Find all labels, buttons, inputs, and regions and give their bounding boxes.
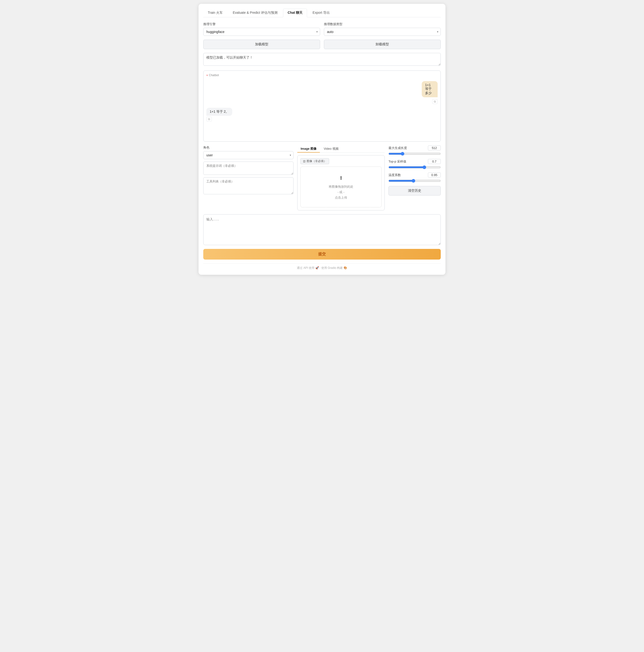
inference-dtype-select[interactable]: auto float16 bfloat16 float32 int8 int4 (324, 28, 441, 36)
footer: 通过 API 使用 🚀 · 使用 Gradio 构建 🎨 (203, 263, 441, 270)
media-tab-video[interactable]: Video 视频 (320, 145, 342, 153)
system-prompt-input[interactable] (203, 162, 293, 175)
role-select-wrapper: user assistant system ▾ (203, 151, 293, 159)
bubble-bot-1: 1+1 等于 2。 (206, 108, 232, 116)
copy-bot-1-button[interactable]: ⧉ (206, 117, 212, 121)
message-bot-1: 1+1 等于 2。 ⧉ (206, 108, 438, 121)
temperature-slider[interactable] (388, 179, 441, 183)
tab-export[interactable]: Export 导出 (308, 8, 334, 17)
role-section: 角色 user assistant system ▾ (203, 145, 293, 211)
drop-zone-line2: - 或 - (338, 190, 344, 194)
bubble-user-1: 1+1 等于多少 (422, 81, 438, 97)
image-upload-area: 🖼 图像（非必填） ⬆ 将图像拖放到此处 - 或 - 点击上传 (297, 155, 385, 211)
top-p-param: Top-p 采样值 0.7 (388, 159, 441, 169)
message-user-1: 1+1 等于多少 ⧉ (206, 81, 438, 104)
max-length-value: 512 (428, 145, 441, 151)
footer-text: 通过 API 使用 🚀 · 使用 Gradio 构建 🎨 (297, 266, 347, 270)
drop-zone-line3: 点击上传 (335, 196, 347, 199)
inference-engine-col: 推理引擎 huggingface transformers vllm llama… (203, 22, 320, 36)
drop-zone[interactable]: ⬆ 将图像拖放到此处 - 或 - 点击上传 (301, 167, 382, 207)
status-textbox[interactable]: 模型已加载，可以开始聊天了！ (203, 53, 441, 66)
model-action-row: 加载模型 卸载模型 (203, 39, 441, 49)
max-length-slider[interactable] (388, 152, 441, 156)
app-container: Train 火车 Evaluate & Predict 评估与预测 Chat 聊… (199, 4, 445, 275)
tab-train[interactable]: Train 火车 (203, 8, 227, 17)
media-tabs: Image 图像 Video 视频 (297, 145, 385, 153)
inference-engine-select[interactable]: huggingface transformers vllm llama.cpp (203, 28, 320, 36)
image-tag-label: 图像（非必填） (307, 159, 327, 163)
inference-dtype-col: 推理数据类型 auto float16 bfloat16 float32 int… (324, 22, 441, 36)
chat-messages: 1+1 等于多少 ⧉ 1+1 等于 2。 ⧉ (206, 79, 438, 124)
load-model-button[interactable]: 加载模型 (203, 39, 320, 49)
drop-zone-line1: 将图像拖放到此处 (329, 185, 353, 188)
top-p-value: 0.7 (428, 159, 441, 164)
temperature-header: 温度系数 0.95 (388, 172, 441, 178)
input-section: 提交 (203, 214, 441, 260)
top-p-header: Top-p 采样值 0.7 (388, 159, 441, 164)
max-length-label: 最大生成长度 (388, 146, 407, 150)
temperature-value: 0.95 (428, 172, 441, 178)
inference-dtype-label: 推理数据类型 (324, 22, 441, 26)
top-p-slider[interactable] (388, 165, 441, 169)
upload-icon: ⬆ (304, 173, 379, 183)
temperature-label: 温度系数 (388, 173, 401, 177)
role-col: 角色 user assistant system ▾ (203, 145, 293, 159)
tools-list-input[interactable] (203, 177, 293, 194)
copy-user-1-button[interactable]: ⧉ (432, 99, 438, 104)
media-tab-image[interactable]: Image 图像 (297, 145, 320, 153)
role-select[interactable]: user assistant system (203, 151, 293, 159)
clear-history-button[interactable]: 清空历史 (388, 186, 441, 195)
max-length-param: 最大生成长度 512 (388, 145, 441, 156)
params-section: 最大生成长度 512 Top-p 采样值 0.7 温度系数 0.95 清空 (388, 145, 441, 211)
image-tag-icon: 🖼 (303, 160, 306, 163)
chatbot-label: ♥ Chatbot (206, 74, 438, 77)
temperature-param: 温度系数 0.95 (388, 172, 441, 183)
bottom-grid: 角色 user assistant system ▾ Image 图像 Vide… (203, 145, 441, 211)
max-length-header: 最大生成长度 512 (388, 145, 441, 151)
tab-evaluate[interactable]: Evaluate & Predict 评估与预测 (228, 8, 282, 17)
tab-bar: Train 火车 Evaluate & Predict 评估与预测 Chat 聊… (203, 8, 441, 17)
role-label: 角色 (203, 145, 293, 150)
heart-icon: ♥ (206, 74, 208, 77)
chatbot-box: ♥ Chatbot 1+1 等于多少 ⧉ 1+1 等于 2。 ⧉ (203, 71, 441, 142)
unload-model-button[interactable]: 卸载模型 (324, 39, 441, 49)
submit-button[interactable]: 提交 (203, 249, 441, 260)
image-tag: 🖼 图像（非必填） (301, 158, 329, 164)
inference-dtype-select-wrapper: auto float16 bfloat16 float32 int8 int4 … (324, 28, 441, 36)
top-p-label: Top-p 采样值 (388, 159, 406, 164)
tab-chat[interactable]: Chat 聊天 (283, 8, 307, 17)
input-textarea[interactable] (203, 214, 441, 245)
image-tag-row: 🖼 图像（非必填） (301, 158, 382, 164)
inference-engine-label: 推理引擎 (203, 22, 320, 26)
inference-settings-row: 推理引擎 huggingface transformers vllm llama… (203, 22, 441, 36)
chatbot-label-text: Chatbot (209, 74, 219, 77)
inference-engine-select-wrapper: huggingface transformers vllm llama.cpp … (203, 28, 320, 36)
media-section: Image 图像 Video 视频 🖼 图像（非必填） ⬆ 将图像拖放到此处 -… (297, 145, 385, 211)
